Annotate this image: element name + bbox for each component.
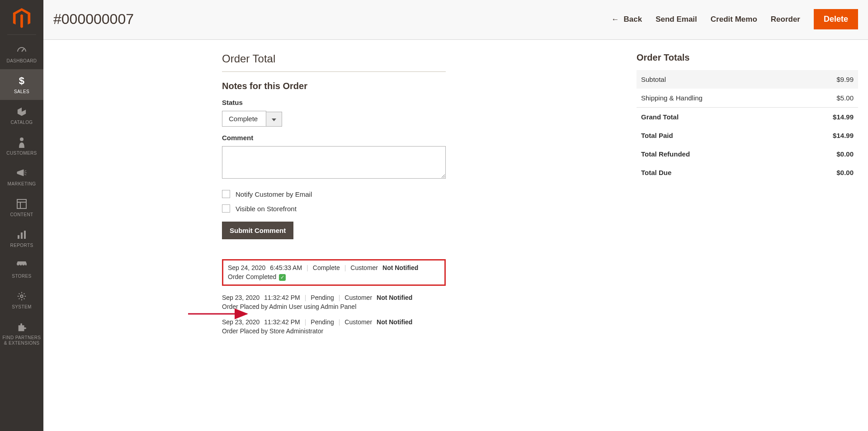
layout-icon: [16, 199, 27, 209]
entry-time: 11:32:42 PM: [264, 294, 300, 301]
nav-label: FIND PARTNERS & EXTENSIONS: [3, 335, 41, 346]
puzzle-icon: [16, 322, 27, 332]
totals-value: $9.99: [836, 76, 854, 83]
svg-rect-6: [21, 232, 23, 239]
notes-panel-title: Notes for this Order: [222, 81, 446, 91]
nav-label: MARKETING: [7, 181, 36, 187]
status-label: Status: [222, 99, 446, 106]
entry-body-text: Order Completed: [228, 273, 276, 280]
megaphone-icon: [16, 168, 27, 179]
store-icon: [16, 260, 27, 271]
nav-reports[interactable]: REPORTS: [0, 223, 43, 254]
totals-value: $14.99: [833, 113, 854, 121]
totals-label: Total Refunded: [641, 150, 690, 158]
history-entry: Sep 24, 2020 6:45:33 AM | Complete | Cus…: [222, 259, 446, 286]
totals-value: $0.00: [836, 150, 854, 158]
nav-label: SYSTEM: [12, 304, 32, 310]
comment-textarea[interactable]: [222, 146, 446, 179]
nav-stores[interactable]: STORES: [0, 254, 43, 284]
entry-status: Pending: [311, 318, 334, 326]
admin-sidebar: DASHBOARD $ SALES CATALOG CUSTOMERS MARK…: [0, 0, 43, 431]
nav-label: REPORTS: [10, 243, 33, 248]
totals-due-row: Total Due $0.00: [637, 163, 858, 182]
nav-customers[interactable]: CUSTOMERS: [0, 131, 43, 161]
nav-content[interactable]: CONTENT: [0, 192, 43, 223]
entry-customer-state: Not Notified: [377, 318, 412, 326]
totals-label: Total Paid: [641, 132, 673, 139]
annotation-arrow: [188, 309, 256, 320]
checkbox-icon: [222, 190, 230, 198]
chevron-down-icon: [272, 118, 276, 121]
status-select[interactable]: Complete: [222, 111, 282, 127]
entry-status: Pending: [311, 294, 334, 301]
box-icon: [16, 106, 27, 117]
totals-label: Subtotal: [641, 76, 666, 83]
nav-partners[interactable]: FIND PARTNERS & EXTENSIONS: [0, 315, 43, 351]
nav-label: DASHBOARD: [7, 58, 37, 64]
entry-customer-state: Not Notified: [382, 264, 418, 271]
totals-refunded-row: Total Refunded $0.00: [637, 145, 858, 163]
history-entry: Sep 23, 2020 11:32:42 PM | Pending | Cus…: [222, 318, 446, 335]
entry-customer-prefix: Customer: [344, 294, 372, 301]
totals-subtotal-row: Subtotal $9.99: [637, 70, 858, 89]
send-email-button[interactable]: Send Email: [656, 15, 697, 24]
gauge-icon: [16, 45, 27, 56]
nav-marketing[interactable]: MARKETING: [0, 161, 43, 192]
entry-customer-state: Not Notified: [377, 294, 412, 301]
dollar-icon: $: [16, 76, 27, 86]
arrow-left-icon: ←: [612, 15, 619, 24]
delete-button[interactable]: Delete: [814, 9, 858, 29]
entry-status: Complete: [313, 264, 340, 271]
nav-label: SALES: [14, 89, 29, 95]
notify-customer-checkbox-row[interactable]: Notify Customer by Email: [222, 190, 446, 198]
totals-value: $5.00: [836, 94, 854, 102]
nav-system[interactable]: SYSTEM: [0, 284, 43, 315]
notify-label: Notify Customer by Email: [236, 190, 312, 198]
back-button[interactable]: ← Back: [612, 15, 642, 24]
magento-logo: [0, 0, 43, 34]
page-title: #000000007: [53, 11, 134, 28]
status-value: Complete: [222, 111, 266, 127]
status-dropdown-toggle[interactable]: [266, 112, 282, 127]
svg-rect-5: [18, 235, 19, 239]
entry-body-text: Order Placed by Store Administrator: [222, 327, 446, 335]
totals-grand-row: Grand Total $14.99: [637, 108, 858, 126]
svg-point-8: [20, 295, 23, 298]
main-content: #000000007 ← Back Send Email Credit Memo…: [43, 0, 868, 431]
header-actions: ← Back Send Email Credit Memo Reorder De…: [612, 9, 858, 29]
totals-shipping-row: Shipping & Handling $5.00: [637, 89, 858, 108]
entry-time: 6:45:33 AM: [270, 264, 302, 271]
entry-customer-prefix: Customer: [350, 264, 378, 271]
bars-icon: [16, 229, 27, 240]
nav-label: CONTENT: [10, 212, 33, 218]
order-total-heading: Order Total: [222, 52, 446, 72]
entry-date: Sep 24, 2020: [228, 264, 265, 271]
check-icon: ✓: [279, 274, 286, 281]
back-label: Back: [624, 15, 642, 24]
comment-label: Comment: [222, 134, 446, 142]
history-entry: Sep 23, 2020 11:32:42 PM | Pending | Cus…: [222, 294, 446, 310]
gear-icon: [16, 291, 27, 302]
entry-customer-prefix: Customer: [344, 318, 372, 326]
totals-value: $14.99: [833, 132, 854, 139]
order-totals-title: Order Totals: [637, 52, 858, 63]
nav-label: STORES: [12, 274, 31, 279]
reorder-button[interactable]: Reorder: [771, 15, 800, 24]
order-history: Sep 24, 2020 6:45:33 AM | Complete | Cus…: [222, 259, 446, 335]
visible-label: Visible on Storefront: [236, 205, 297, 213]
credit-memo-button[interactable]: Credit Memo: [711, 15, 757, 24]
nav-sales[interactable]: $ SALES: [0, 69, 43, 100]
nav-label: CUSTOMERS: [6, 151, 37, 156]
svg-line-0: [22, 49, 24, 52]
entry-time: 11:32:42 PM: [264, 318, 300, 326]
submit-comment-button[interactable]: Submit Comment: [222, 222, 293, 239]
nav-dashboard[interactable]: DASHBOARD: [0, 38, 43, 69]
totals-value: $0.00: [836, 169, 854, 176]
svg-rect-7: [24, 231, 26, 239]
entry-date: Sep 23, 2020: [222, 294, 259, 301]
logo-divider: [7, 34, 36, 35]
svg-rect-2: [17, 199, 26, 208]
nav-catalog[interactable]: CATALOG: [0, 100, 43, 131]
totals-label: Total Due: [641, 169, 671, 176]
visible-storefront-checkbox-row[interactable]: Visible on Storefront: [222, 204, 446, 213]
